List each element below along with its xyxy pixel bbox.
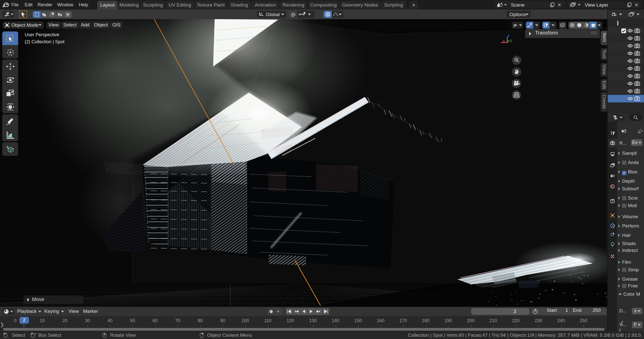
svg-text:y: y (510, 38, 512, 43)
svg-text:z: z (507, 33, 510, 38)
svg-text:x: x (503, 39, 505, 43)
